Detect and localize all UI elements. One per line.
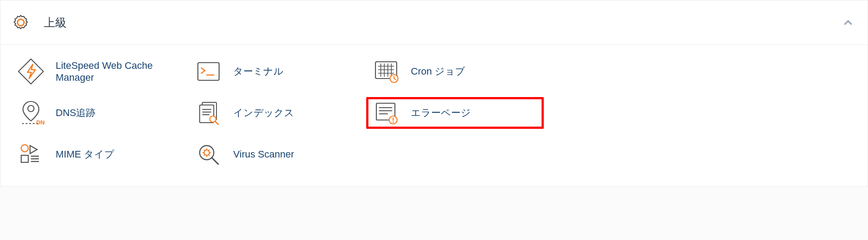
svg-point-14	[28, 105, 34, 112]
virus-scanner-icon	[194, 140, 223, 169]
item-label: DNS追跡	[56, 107, 95, 119]
item-virus[interactable]: Virus Scanner	[189, 139, 366, 170]
item-label: ターミナル	[233, 65, 284, 78]
section-header[interactable]: 上級	[0, 0, 868, 45]
item-dns[interactable]: DNS DNS追跡	[11, 97, 189, 129]
item-label: Cron ジョブ	[411, 65, 465, 78]
dns-icon: DNS	[17, 99, 45, 127]
mime-icon	[17, 140, 45, 169]
section-title: 上級	[44, 15, 67, 30]
svg-point-30	[393, 122, 394, 123]
item-errorpages[interactable]: エラーページ	[366, 97, 544, 129]
svg-point-31	[21, 145, 28, 152]
item-label: インデックス	[233, 107, 294, 119]
svg-rect-32	[21, 155, 28, 162]
svg-rect-1	[19, 59, 44, 84]
svg-point-0	[18, 19, 24, 26]
item-litespeed[interactable]: LiteSpeed Web Cache Manager	[11, 56, 189, 87]
gear-icon	[10, 12, 31, 33]
item-label: Virus Scanner	[233, 148, 294, 161]
errorpages-icon	[372, 99, 400, 127]
collapse-toggle[interactable]	[842, 16, 854, 29]
item-indexes[interactable]: インデックス	[189, 97, 366, 129]
svg-line-44	[208, 154, 209, 155]
section-body: LiteSpeed Web Cache Manager ターミナル	[0, 45, 868, 186]
item-label: LiteSpeed Web Cache Manager	[56, 60, 171, 84]
svg-line-46	[204, 154, 205, 155]
svg-text:DNS: DNS	[36, 119, 45, 126]
advanced-section-panel: 上級 LiteSpeed Web Cache Manager	[0, 0, 868, 187]
item-cron[interactable]: Cron ジョブ	[366, 56, 544, 87]
cron-icon	[372, 57, 400, 86]
svg-line-45	[208, 150, 209, 151]
terminal-icon	[194, 57, 223, 86]
item-label: MIME タイプ	[56, 148, 114, 161]
svg-rect-2	[19, 59, 44, 84]
items-grid: LiteSpeed Web Cache Manager ターミナル	[11, 56, 857, 170]
svg-line-43	[204, 150, 205, 151]
indexes-icon	[194, 99, 223, 127]
svg-line-23	[215, 121, 218, 124]
item-label: エラーページ	[411, 107, 471, 119]
svg-rect-3	[198, 63, 219, 80]
item-mime[interactable]: MIME タイプ	[11, 139, 189, 170]
litespeed-icon	[17, 57, 45, 86]
svg-line-37	[212, 158, 218, 164]
item-terminal[interactable]: ターミナル	[189, 56, 366, 87]
